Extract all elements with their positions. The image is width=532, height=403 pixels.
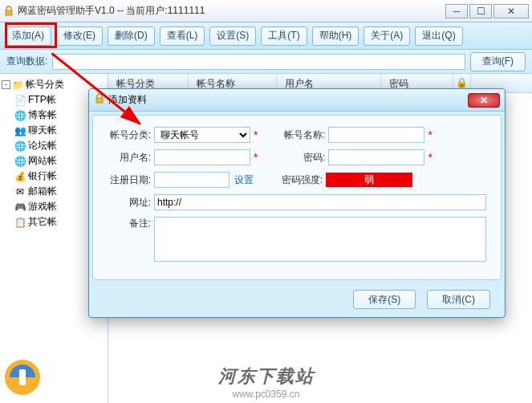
search-bar: 查询数据: 查询(F) bbox=[0, 50, 532, 74]
required-mark: * bbox=[428, 128, 432, 141]
help-button[interactable]: 帮助(H) bbox=[312, 26, 359, 46]
watermark-url: www.pc0359.cn bbox=[232, 389, 299, 400]
exit-button[interactable]: 退出(Q) bbox=[415, 26, 462, 46]
tree-item-label: 博客帐 bbox=[28, 108, 57, 122]
dialog-title: 添加资料 bbox=[108, 93, 147, 107]
window-title: 网蓝密码管理助手V1.0 -- 当前用户:1111111 bbox=[18, 4, 205, 18]
category-select[interactable]: 聊天帐号 bbox=[154, 127, 250, 143]
tree-item-icon: ✉ bbox=[14, 186, 26, 197]
edit-button[interactable]: 修改(E) bbox=[56, 26, 103, 46]
tree-item-label: FTP帐 bbox=[28, 93, 56, 107]
url-label: 网址: bbox=[104, 196, 151, 210]
tree-item-label: 论坛帐 bbox=[28, 139, 57, 153]
tree-root-label: 帐号分类 bbox=[26, 78, 64, 92]
tree-item-icon: 💰 bbox=[14, 171, 26, 182]
tree-item-icon: 📄 bbox=[14, 95, 26, 106]
password-strength: 弱 bbox=[326, 173, 412, 187]
tree-item-icon: 🌐 bbox=[14, 156, 26, 167]
view-button[interactable]: 查看(L) bbox=[160, 26, 205, 46]
tree-item-label: 聊天帐 bbox=[28, 124, 57, 137]
settings-button[interactable]: 设置(S) bbox=[209, 26, 256, 46]
collapse-icon[interactable]: - bbox=[2, 80, 10, 89]
svg-rect-2 bbox=[96, 98, 103, 103]
name-input[interactable] bbox=[328, 127, 424, 143]
about-button[interactable]: 关于(A) bbox=[363, 26, 410, 46]
required-mark: * bbox=[254, 151, 258, 164]
add-dialog: 添加资料 ✕ 帐号分类: 聊天帐号 * 帐号名称: * 用户名: * 密码: bbox=[88, 88, 506, 318]
category-label: 帐号分类: bbox=[104, 128, 151, 142]
required-mark: * bbox=[428, 151, 432, 164]
dialog-buttons: 保存(S) 取消(C) bbox=[89, 283, 505, 317]
window-titlebar: 网蓝密码管理助手V1.0 -- 当前用户:1111111 ─ ☐ ✕ bbox=[0, 0, 532, 22]
remark-textarea[interactable] bbox=[154, 217, 486, 262]
dialog-titlebar[interactable]: 添加资料 ✕ bbox=[89, 89, 505, 112]
name-label: 帐号名称: bbox=[278, 128, 325, 142]
maximize-button[interactable]: ☐ bbox=[469, 4, 492, 18]
tree-item-label: 邮箱帐 bbox=[28, 185, 57, 198]
svg-rect-0 bbox=[6, 10, 12, 15]
user-input[interactable] bbox=[154, 149, 250, 165]
lock-icon bbox=[94, 93, 105, 107]
search-input[interactable] bbox=[52, 54, 465, 70]
password-label: 密码: bbox=[278, 151, 325, 165]
delete-button[interactable]: 删除(D) bbox=[108, 26, 155, 46]
tree-item-icon: 👥 bbox=[14, 125, 26, 136]
svg-rect-4 bbox=[19, 369, 26, 385]
remark-label: 备注: bbox=[104, 217, 151, 230]
regdate-label: 注册日期: bbox=[104, 173, 151, 187]
main-toolbar: 添加(A) 修改(E) 删除(D) 查看(L) 设置(S) 工具(T) 帮助(H… bbox=[0, 22, 532, 50]
regdate-set-link[interactable]: 设置 bbox=[234, 173, 254, 187]
window-close-button[interactable]: ✕ bbox=[493, 4, 529, 18]
add-button[interactable]: 添加(A) bbox=[5, 26, 51, 46]
regdate-input[interactable] bbox=[154, 172, 229, 188]
save-button[interactable]: 保存(S) bbox=[353, 290, 416, 309]
url-input[interactable] bbox=[154, 194, 486, 210]
tree-item-icon: 📋 bbox=[14, 217, 26, 228]
tree-item-icon: 🌐 bbox=[14, 140, 26, 152]
tree-item-label: 网站帐 bbox=[28, 154, 57, 168]
password-input[interactable] bbox=[328, 149, 424, 165]
dialog-close-button[interactable]: ✕ bbox=[468, 93, 500, 108]
tree-item-icon: 🎮 bbox=[14, 202, 26, 213]
tree-item-icon: 🌐 bbox=[14, 110, 26, 121]
tree-item-label: 其它帐 bbox=[28, 215, 57, 229]
watermark-logo bbox=[3, 358, 42, 397]
strength-label: 密码强度: bbox=[276, 173, 323, 187]
watermark: 河东下载站 www.pc0359.cn bbox=[218, 364, 315, 400]
watermark-text: 河东下载站 bbox=[218, 364, 315, 389]
lock-icon bbox=[3, 6, 14, 17]
tree-item-label: 游戏帐 bbox=[28, 200, 57, 214]
search-button[interactable]: 查询(F) bbox=[470, 52, 526, 71]
dialog-body: 帐号分类: 聊天帐号 * 帐号名称: * 用户名: * 密码: * bbox=[92, 115, 502, 280]
tools-button[interactable]: 工具(T) bbox=[261, 26, 307, 46]
cancel-button[interactable]: 取消(C) bbox=[427, 290, 490, 309]
user-label: 用户名: bbox=[104, 151, 151, 165]
minimize-button[interactable]: ─ bbox=[445, 4, 468, 18]
folder-icon: 📁 bbox=[12, 79, 24, 91]
tree-item-label: 银行帐 bbox=[28, 169, 57, 183]
required-mark: * bbox=[254, 128, 258, 141]
search-label: 查询数据: bbox=[6, 55, 47, 68]
